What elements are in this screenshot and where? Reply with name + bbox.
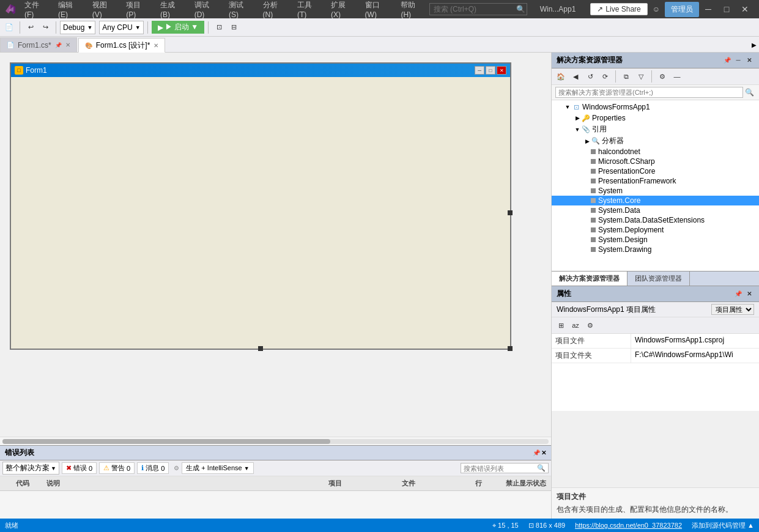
solution-search-input[interactable] (555, 87, 743, 98)
menu-extensions[interactable]: 扩展(X) (326, 0, 359, 20)
tree-expand-icon[interactable]: ▼ (574, 127, 581, 133)
tree-item-properties[interactable]: ▶ 🔑 Properties (552, 113, 759, 124)
error-count-errors[interactable]: ✖ 错误 0 (62, 462, 97, 474)
tabs-scroll-right[interactable]: ▶ (749, 37, 759, 52)
tab-form1-designer[interactable]: 🎨 Form1.cs [设计]* ✕ (78, 38, 166, 53)
error-scope-filter[interactable]: 整个解决方案 ▼ (2, 462, 59, 475)
tree-item-ref-sysdrawing[interactable]: ▶ System.Drawing (552, 245, 759, 254)
close-button[interactable]: ✕ (736, 0, 754, 18)
tree-item-ref-sysdesign[interactable]: ▶ System.Design (552, 235, 759, 245)
menu-project[interactable]: 项目(P) (121, 0, 154, 20)
admin-button[interactable]: 管理员 (665, 2, 699, 17)
tree-item-ref-sysdataext[interactable]: ▶ System.Data.DataSetExtensions (552, 215, 759, 225)
search-icon[interactable]: 🔍 (743, 86, 755, 98)
platform-dropdown[interactable]: Any CPU ▼ (99, 21, 143, 34)
tree-item-ref-prescore[interactable]: ▶ PresentationCore (552, 166, 759, 176)
toolbar-redo-btn[interactable]: ↪ (39, 21, 52, 34)
start-button[interactable]: ▶ ▶ 启动 ▼ (152, 21, 205, 34)
tree-expand-icon[interactable]: ▶ (574, 115, 581, 121)
error-col-line[interactable]: 行 (472, 478, 502, 489)
form-minimize-btn[interactable]: ─ (475, 66, 484, 75)
tree-item-ref-system[interactable]: ▶ System (552, 186, 759, 196)
tree-item-ref-csharp[interactable]: ▶ Microsoft.CSharp (552, 157, 759, 166)
se-toolbar-home[interactable]: 🏠 (554, 70, 568, 83)
close-panel-icon[interactable]: ✕ (744, 289, 754, 299)
error-col-file[interactable]: 文件 (398, 478, 472, 489)
minimize-panel-icon[interactable]: ─ (733, 56, 743, 65)
tree-item-ref-systemcore[interactable]: ▶ System.Core (552, 196, 759, 205)
close-tab-icon[interactable]: ✕ (154, 42, 158, 49)
menu-edit[interactable]: 编辑(E) (53, 0, 86, 20)
menu-analyze[interactable]: 分析(N) (258, 0, 291, 20)
pin-icon[interactable]: 📌 (722, 56, 732, 65)
error-count-messages[interactable]: ℹ 消息 0 (137, 462, 169, 474)
tree-item-references[interactable]: ▼ 📎 引用 (552, 124, 759, 135)
se-toolbar-settings[interactable]: ⚙ (656, 70, 669, 83)
toolbar-extra-btn1[interactable]: ⊡ (212, 21, 226, 34)
tree-item-ref-halcon[interactable]: ▶ halcondotnet (552, 147, 759, 157)
menu-help[interactable]: 帮助(H) (396, 0, 429, 20)
tree-expand-icon[interactable]: ▼ (564, 104, 571, 110)
scrollbar-thumb[interactable] (2, 439, 330, 444)
tree-item-ref-presfw[interactable]: ▶ PresentationFramework (552, 176, 759, 186)
error-col-desc[interactable]: 说明 (43, 478, 325, 489)
props-alpha-btn[interactable]: az (569, 319, 582, 332)
form-maximize-btn[interactable]: □ (486, 66, 495, 75)
form-close-btn[interactable]: ✕ (497, 66, 506, 75)
se-toolbar-back[interactable]: ◀ (569, 70, 582, 83)
props-settings-btn[interactable]: ⚙ (583, 319, 597, 332)
error-close-icon[interactable]: ✕ (541, 449, 546, 456)
tab-form1-cs[interactable]: 📄 Form1.cs* 📌 ✕ (0, 37, 77, 52)
scrollbar-track[interactable] (2, 439, 549, 444)
editor-scrollbar-horizontal[interactable] (0, 437, 551, 445)
build-filter-icon[interactable]: ⚙ (174, 465, 179, 471)
error-count-warnings[interactable]: ⚠ 警告 0 (99, 462, 135, 474)
error-search[interactable]: 🔍 (461, 463, 549, 473)
error-col-project[interactable]: 项目 (325, 478, 398, 489)
tree-item-solution[interactable]: ▼ ⊡ WindowsFormsApp1 (552, 102, 759, 113)
global-search-input[interactable] (429, 3, 527, 15)
se-toolbar-collapse[interactable]: — (670, 70, 684, 83)
error-search-input[interactable] (464, 465, 537, 472)
menu-build[interactable]: 生成(B) (155, 0, 188, 20)
minimize-button[interactable]: ─ (699, 0, 717, 18)
maximize-button[interactable]: □ (717, 0, 736, 18)
status-url[interactable]: https://blog.csdn.net/en0_37823782 (575, 522, 682, 529)
se-toolbar-sync[interactable]: ⟳ (598, 70, 612, 83)
menu-file[interactable]: 文件(F) (20, 0, 52, 20)
panel-tab-solution-explorer[interactable]: 解决方案资源管理器 (552, 272, 628, 286)
close-tab-icon[interactable]: ✕ (65, 42, 70, 48)
resize-handle-bottom[interactable] (258, 346, 263, 351)
toolbar-new-btn[interactable]: 📄 (2, 21, 16, 34)
form-body[interactable] (11, 77, 510, 349)
panel-tab-team-explorer[interactable]: 团队资源管理器 (628, 272, 690, 286)
toolbar-undo-btn[interactable]: ↩ (24, 21, 37, 34)
resize-handle-right[interactable] (508, 210, 513, 215)
se-toolbar-copy[interactable]: ⧉ (620, 70, 633, 83)
add-source-control[interactable]: 添加到源代码管理 ▲ (692, 521, 754, 530)
se-toolbar-refresh[interactable]: ↺ (583, 70, 597, 83)
pin-icon[interactable]: 📌 (733, 289, 743, 299)
error-pin-icon[interactable]: 📌 (533, 449, 540, 456)
menu-debug[interactable]: 调试(D) (190, 0, 223, 20)
tree-expand-icon[interactable]: ▶ (583, 138, 591, 144)
feedback-icon[interactable]: ☺ (653, 5, 660, 13)
toolbar-extra-btn2[interactable]: ⊟ (227, 21, 240, 34)
live-share-button[interactable]: ↗ Live Share (590, 3, 647, 15)
debug-config-dropdown[interactable]: Debug ▼ (60, 21, 95, 34)
menu-view[interactable]: 视图(V) (87, 0, 120, 20)
menu-tools[interactable]: 工具(T) (292, 0, 325, 20)
tree-item-analyzer[interactable]: ▶ 🔍 分析器 (552, 135, 759, 147)
build-filter-dropdown[interactable]: 生成 + IntelliSense ▼ (182, 462, 253, 474)
resize-handle-corner[interactable] (508, 346, 513, 351)
close-panel-icon[interactable]: ✕ (744, 56, 754, 65)
error-col-suppress[interactable]: 禁止显示状态 (502, 478, 551, 489)
properties-type-selector[interactable]: 项目属性 (711, 304, 754, 315)
menu-test[interactable]: 测试(S) (224, 0, 257, 20)
error-col-code[interactable]: 代码 (12, 478, 43, 489)
props-grid-btn[interactable]: ⊞ (554, 319, 568, 332)
menu-window[interactable]: 窗口(W) (360, 0, 395, 20)
tree-item-ref-sysdeploy[interactable]: ▶ System.Deployment (552, 225, 759, 235)
design-canvas[interactable]: □ Form1 ─ □ ✕ (0, 53, 551, 437)
se-toolbar-filter[interactable]: ▽ (634, 70, 648, 83)
